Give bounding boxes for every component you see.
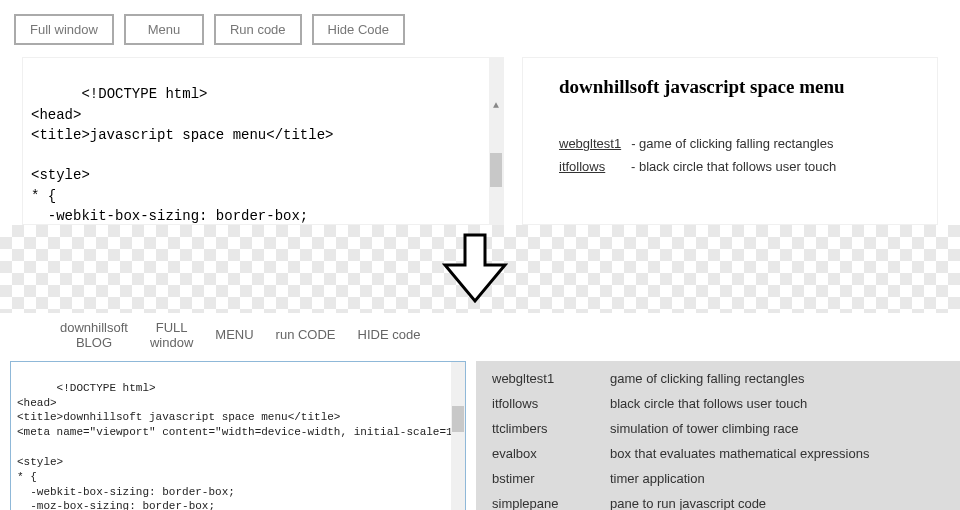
code-text: <!DOCTYPE html> <head> <title>javascript… <box>31 86 333 225</box>
demo-row: ttclimbers simulation of tower climbing … <box>492 421 944 436</box>
demo-desc: timer application <box>610 471 944 486</box>
top-panel: Full window Menu Run code Hide Code <!DO… <box>0 0 960 225</box>
demo-row: simplepane pane to run javascript code <box>492 496 944 510</box>
demo-desc: - black circle that follows user touch <box>631 159 836 174</box>
scrollbar[interactable]: ▲ <box>489 58 503 224</box>
demo-row: bstimer timer application <box>492 471 944 486</box>
demo-desc: - game of clicking falling rectangles <box>631 136 833 151</box>
demo-desc: game of clicking falling rectangles <box>610 371 944 386</box>
bottom-panel: downhillsoft BLOG FULL window MENU run C… <box>0 313 960 510</box>
run-code-link[interactable]: run CODE <box>276 328 336 343</box>
scroll-thumb[interactable] <box>490 153 502 187</box>
code-text: <!DOCTYPE html> <head> <title>downhillso… <box>17 382 466 510</box>
bottom-preview-pane: webgltest1 game of clicking falling rect… <box>476 361 960 510</box>
menu-button[interactable]: Menu <box>124 14 204 45</box>
top-preview-pane: downhillsoft javascript space menu webgl… <box>522 57 938 225</box>
demo-row: webgltest1 - game of clicking falling re… <box>559 136 919 151</box>
demo-desc: simulation of tower climbing race <box>610 421 944 436</box>
demo-row: itfollows - black circle that follows us… <box>559 159 919 174</box>
top-toolbar: Full window Menu Run code Hide Code <box>0 0 960 57</box>
label-line2: BLOG <box>60 336 128 351</box>
demo-link[interactable]: webgltest1 <box>492 371 578 386</box>
demo-link[interactable]: itfollows <box>559 159 621 174</box>
scroll-thumb[interactable] <box>452 406 464 432</box>
bottom-code-editor[interactable]: <!DOCTYPE html> <head> <title>downhillso… <box>10 361 466 510</box>
demo-row: evalbox box that evaluates mathematical … <box>492 446 944 461</box>
bottom-toolbar: downhillsoft BLOG FULL window MENU run C… <box>0 313 960 361</box>
transition-gap <box>0 225 960 313</box>
label-line1: downhillsoft <box>60 321 128 336</box>
preview-title: downhillsoft javascript space menu <box>559 76 919 98</box>
scrollbar[interactable] <box>451 362 465 510</box>
demo-link[interactable]: evalbox <box>492 446 578 461</box>
blog-link[interactable]: downhillsoft BLOG <box>60 321 128 351</box>
hide-code-link[interactable]: HIDE code <box>358 328 421 343</box>
demo-desc: black circle that follows user touch <box>610 396 944 411</box>
label-line1: FULL <box>150 321 193 336</box>
bottom-content: <!DOCTYPE html> <head> <title>downhillso… <box>0 361 960 510</box>
label-line1: HIDE code <box>358 328 421 343</box>
demo-link[interactable]: webgltest1 <box>559 136 621 151</box>
demo-row: itfollows black circle that follows user… <box>492 396 944 411</box>
demo-desc: pane to run javascript code <box>610 496 944 510</box>
demo-link[interactable]: bstimer <box>492 471 578 486</box>
demo-link[interactable]: ttclimbers <box>492 421 578 436</box>
label-line2: window <box>150 336 193 351</box>
label-line1: run CODE <box>276 328 336 343</box>
demo-row: webgltest1 game of clicking falling rect… <box>492 371 944 386</box>
run-code-button[interactable]: Run code <box>214 14 302 45</box>
label-line1: MENU <box>215 328 253 343</box>
hide-code-button[interactable]: Hide Code <box>312 14 405 45</box>
demo-link[interactable]: simplepane <box>492 496 578 510</box>
down-arrow-icon <box>435 231 515 309</box>
full-window-button[interactable]: Full window <box>14 14 114 45</box>
demo-desc: box that evaluates mathematical expressi… <box>610 446 944 461</box>
full-window-link[interactable]: FULL window <box>150 321 193 351</box>
top-content: <!DOCTYPE html> <head> <title>javascript… <box>0 57 960 225</box>
menu-link[interactable]: MENU <box>215 328 253 343</box>
demo-link[interactable]: itfollows <box>492 396 578 411</box>
top-code-editor[interactable]: <!DOCTYPE html> <head> <title>javascript… <box>22 57 504 225</box>
scroll-up-icon[interactable]: ▲ <box>489 99 503 113</box>
